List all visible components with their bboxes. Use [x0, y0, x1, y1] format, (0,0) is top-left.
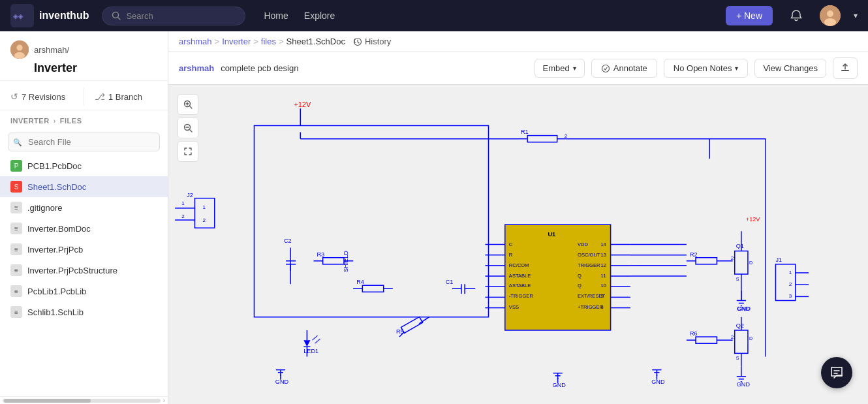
svg-text:ASTABLE: ASTABLE	[509, 273, 531, 279]
svg-text:1: 1	[203, 204, 206, 210]
file-icon-gitignore: ≡	[10, 202, 22, 213]
chat-button[interactable]	[821, 357, 852, 388]
nav-explore[interactable]: Explore	[304, 10, 335, 21]
svg-rect-45	[323, 258, 344, 264]
annotate-icon	[601, 64, 610, 73]
avatar-dropdown-icon[interactable]: ▾	[854, 11, 858, 20]
right-panel: arshmah > Inverter > files > Sheet1.SchD…	[168, 31, 868, 404]
toolbar-commit-msg: complete pcb design	[221, 63, 527, 73]
svg-text:Q: Q	[578, 273, 581, 279]
file-item-schlib1[interactable]: ≡ Schlib1.SchLib	[0, 302, 168, 322]
svg-text:10: 10	[600, 283, 606, 288]
search-file-input[interactable]	[8, 132, 160, 151]
search-bar[interactable]: Search	[102, 7, 245, 25]
schematic-diagram[interactable]: +12V J2 1 2 1 2 C2 LED1	[168, 85, 868, 404]
embed-label: Embed	[543, 63, 570, 73]
svg-point-10	[602, 65, 609, 72]
svg-text:C: C	[509, 241, 513, 247]
svg-point-4	[827, 10, 833, 17]
svg-text:R4: R4	[356, 279, 364, 285]
file-item-sheet1[interactable]: S Sheet1.SchDoc	[0, 176, 168, 197]
revisions-label: 7 Revisions	[22, 92, 65, 102]
chat-icon	[829, 365, 845, 381]
file-name-schlib1: Schlib1.SchLib	[27, 307, 84, 317]
svg-text:R2: R2	[690, 251, 698, 258]
svg-text:C1: C1	[446, 279, 454, 285]
notes-button[interactable]: No Open Notes ▾	[664, 59, 749, 78]
breadcrumb-user[interactable]: arshmah	[179, 37, 212, 46]
notes-label: No Open Notes	[674, 63, 732, 73]
view-changes-button[interactable]: View Changes	[754, 59, 826, 78]
sidebar-files-header: INVERTER › FILES	[0, 110, 168, 129]
zoom-out-button[interactable]	[178, 117, 198, 138]
embed-dropdown-icon: ▾	[573, 65, 576, 72]
sidebar-scrollbar[interactable]: ›	[0, 396, 168, 404]
svg-line-13	[190, 106, 192, 108]
history-icon	[353, 37, 362, 46]
file-name-prjpcbstructure: Inverter.PrjPcbStructure	[27, 266, 117, 275]
svg-text:GND: GND	[737, 381, 751, 388]
zoom-out-icon	[183, 123, 193, 132]
main-content: arshmah/ Inverter ↺ 7 Revisions ⎇ 1 Bran…	[0, 31, 868, 404]
zoom-in-button[interactable]	[178, 94, 198, 115]
history-link[interactable]: History	[353, 37, 391, 46]
breadcrumb-files[interactable]: files	[261, 37, 276, 46]
svg-text:VDD: VDD	[578, 241, 589, 247]
svg-text:ASTABLE: ASTABLE	[509, 283, 531, 288]
file-item-gitignore[interactable]: ≡ .gitignore	[0, 197, 168, 218]
svg-text:2: 2	[731, 255, 734, 261]
top-nav: ◈◈ inventhub Search Home Explore + New ▾	[0, 0, 868, 31]
search-placeholder: Search	[126, 11, 153, 21]
svg-text:+12V: +12V	[294, 101, 311, 108]
file-item-prjpcb[interactable]: ≡ Inverter.PrjPcb	[0, 239, 168, 260]
svg-text:◈◈: ◈◈	[13, 11, 23, 21]
toolbar-author[interactable]: arshmah	[179, 63, 214, 73]
svg-text:3: 3	[789, 293, 792, 299]
sidebar-header: arshmah/ Inverter	[0, 31, 168, 81]
logo[interactable]: ◈◈ inventhub	[10, 4, 89, 27]
file-name-pcblib1: PcbLib1.PcbLib	[27, 287, 86, 296]
annotate-button[interactable]: Annotate	[591, 59, 657, 78]
svg-text:GND: GND	[553, 382, 566, 388]
fit-view-icon	[183, 147, 193, 156]
svg-point-7	[17, 45, 23, 51]
new-button[interactable]: + New	[726, 6, 773, 25]
file-item-pcb1[interactable]: P PCB1.PcbDoc	[0, 155, 168, 176]
sidebar-username[interactable]: arshmah/	[34, 45, 69, 55]
svg-text:LED1: LED1	[303, 348, 318, 354]
revisions-icon: ↺	[10, 91, 18, 102]
sidebar-avatar	[10, 40, 29, 59]
branch-link[interactable]: ⎇ 1 Branch	[84, 87, 168, 106]
file-item-prjpcbstructure[interactable]: ≡ Inverter.PrjPcbStructure	[0, 260, 168, 281]
sidebar-scroll-right[interactable]: ›	[163, 397, 165, 404]
svg-text:C2: C2	[284, 238, 292, 244]
fit-view-button[interactable]	[178, 141, 198, 162]
avatar[interactable]	[820, 5, 841, 26]
svg-text:J2: J2	[187, 192, 193, 198]
revisions-link[interactable]: ↺ 7 Revisions	[0, 87, 84, 106]
file-icon-bomdoc: ≡	[10, 223, 22, 234]
svg-text:Q: Q	[578, 283, 581, 288]
file-item-pcblib1[interactable]: ≡ PcbLib1.PcbLib	[0, 281, 168, 302]
svg-text:2: 2	[203, 217, 206, 223]
file-name-pcb1: PCB1.PcbDoc	[27, 161, 82, 171]
breadcrumb-project[interactable]: Inverter	[222, 37, 251, 46]
svg-point-8	[14, 52, 25, 59]
file-item-bomdoc[interactable]: ≡ Inverter.BomDoc	[0, 218, 168, 239]
notification-bell[interactable]	[786, 5, 807, 26]
search-file-wrapper	[8, 132, 160, 151]
nav-home[interactable]: Home	[264, 10, 288, 21]
svg-text:1: 1	[181, 200, 185, 206]
sidebar-project-title: Inverter	[34, 61, 157, 75]
file-name-bomdoc: Inverter.BomDoc	[27, 224, 91, 234]
svg-rect-115	[527, 136, 557, 142]
upload-button[interactable]	[833, 57, 858, 79]
svg-line-2	[118, 18, 121, 20]
nav-links: Home Explore	[264, 10, 335, 21]
svg-rect-124	[696, 258, 717, 264]
embed-button[interactable]: Embed ▾	[535, 59, 585, 78]
svg-text:OSC/OUT: OSC/OUT	[578, 252, 600, 258]
svg-text:14: 14	[600, 241, 606, 247]
svg-text:2: 2	[731, 334, 734, 340]
svg-text:-TRIGGER: -TRIGGER	[509, 293, 534, 299]
